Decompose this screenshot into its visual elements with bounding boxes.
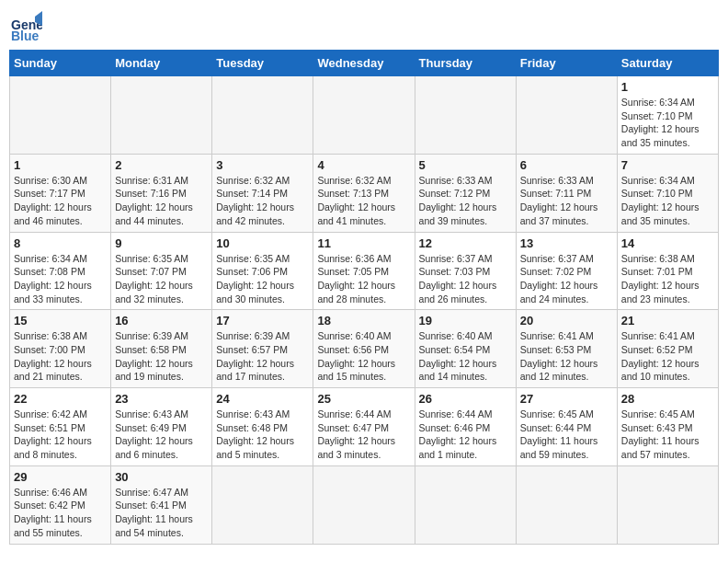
calendar-cell: 8 Sunrise: 6:34 AMSunset: 7:08 PMDayligh… xyxy=(10,232,111,310)
calendar-cell: 28 Sunrise: 6:45 AMSunset: 6:43 PMDaylig… xyxy=(617,388,718,466)
calendar-cell xyxy=(415,76,516,155)
calendar-cell: 5 Sunrise: 6:33 AMSunset: 7:12 PMDayligh… xyxy=(415,154,516,232)
day-number: 28 xyxy=(621,392,714,406)
calendar-week-row: 15 Sunrise: 6:38 AMSunset: 7:00 PMDaylig… xyxy=(10,310,719,388)
calendar-cell: 24 Sunrise: 6:43 AMSunset: 6:48 PMDaylig… xyxy=(212,388,313,466)
day-number: 25 xyxy=(317,392,410,406)
calendar-cell: 30 Sunrise: 6:47 AMSunset: 6:41 PMDaylig… xyxy=(111,465,212,544)
calendar-cell: 27 Sunrise: 6:45 AMSunset: 6:44 PMDaylig… xyxy=(516,388,617,466)
day-info: Sunrise: 6:35 AMSunset: 7:06 PMDaylight:… xyxy=(216,252,309,306)
calendar-cell: 1 Sunrise: 6:30 AMSunset: 7:17 PMDayligh… xyxy=(10,154,111,232)
day-info: Sunrise: 6:46 AMSunset: 6:42 PMDaylight:… xyxy=(14,486,107,540)
logo: General Blue xyxy=(9,9,44,42)
day-info: Sunrise: 6:38 AMSunset: 7:00 PMDaylight:… xyxy=(14,329,107,384)
day-info: Sunrise: 6:34 AMSunset: 7:10 PMDaylight:… xyxy=(621,96,714,150)
day-info: Sunrise: 6:37 AMSunset: 7:03 PMDaylight:… xyxy=(419,252,512,306)
weekday-header: Wednesday xyxy=(313,51,415,76)
calendar-cell xyxy=(313,465,415,544)
weekday-header: Monday xyxy=(111,51,212,76)
page-header: General Blue xyxy=(9,9,719,42)
day-number: 21 xyxy=(621,314,714,327)
day-info: Sunrise: 6:37 AMSunset: 7:02 PMDaylight:… xyxy=(520,252,613,306)
calendar-cell: 21 Sunrise: 6:41 AMSunset: 6:52 PMDaylig… xyxy=(617,310,718,388)
calendar-cell: 1 Sunrise: 6:34 AMSunset: 7:10 PMDayligh… xyxy=(617,76,718,155)
calendar-table: SundayMondayTuesdayWednesdayThursdayFrid… xyxy=(9,50,719,545)
calendar-cell xyxy=(212,76,313,155)
calendar-cell: 26 Sunrise: 6:44 AMSunset: 6:46 PMDaylig… xyxy=(415,388,516,466)
calendar-cell xyxy=(516,465,617,544)
calendar-cell: 6 Sunrise: 6:33 AMSunset: 7:11 PMDayligh… xyxy=(516,154,617,232)
day-number: 15 xyxy=(14,314,107,327)
day-number: 24 xyxy=(216,392,309,406)
weekday-header: Saturday xyxy=(617,51,718,76)
svg-text:Blue: Blue xyxy=(11,29,40,42)
calendar-cell xyxy=(415,465,516,544)
day-number: 10 xyxy=(216,236,309,250)
day-number: 23 xyxy=(115,392,208,406)
day-number: 29 xyxy=(14,470,107,484)
calendar-week-row: 22 Sunrise: 6:42 AMSunset: 6:51 PMDaylig… xyxy=(10,388,719,466)
day-info: Sunrise: 6:35 AMSunset: 7:07 PMDaylight:… xyxy=(115,252,208,306)
day-number: 6 xyxy=(520,158,613,172)
day-info: Sunrise: 6:39 AMSunset: 6:58 PMDaylight:… xyxy=(115,329,208,384)
day-info: Sunrise: 6:43 AMSunset: 6:48 PMDaylight:… xyxy=(216,408,309,462)
calendar-cell: 9 Sunrise: 6:35 AMSunset: 7:07 PMDayligh… xyxy=(111,232,212,310)
day-info: Sunrise: 6:40 AMSunset: 6:54 PMDaylight:… xyxy=(419,329,512,384)
calendar-cell: 4 Sunrise: 6:32 AMSunset: 7:13 PMDayligh… xyxy=(313,154,415,232)
day-info: Sunrise: 6:32 AMSunset: 7:13 PMDaylight:… xyxy=(317,174,410,228)
calendar-body: 1 Sunrise: 6:34 AMSunset: 7:10 PMDayligh… xyxy=(10,76,719,545)
day-info: Sunrise: 6:41 AMSunset: 6:53 PMDaylight:… xyxy=(520,329,613,384)
day-info: Sunrise: 6:45 AMSunset: 6:43 PMDaylight:… xyxy=(621,408,714,462)
weekday-header: Thursday xyxy=(415,51,516,76)
day-number: 5 xyxy=(419,158,512,172)
day-info: Sunrise: 6:33 AMSunset: 7:11 PMDaylight:… xyxy=(520,174,613,228)
calendar-cell: 7 Sunrise: 6:34 AMSunset: 7:10 PMDayligh… xyxy=(617,154,718,232)
day-number: 14 xyxy=(621,236,714,250)
calendar-cell: 10 Sunrise: 6:35 AMSunset: 7:06 PMDaylig… xyxy=(212,232,313,310)
day-number: 12 xyxy=(419,236,512,250)
day-number: 9 xyxy=(115,236,208,250)
calendar-week-row: 29 Sunrise: 6:46 AMSunset: 6:42 PMDaylig… xyxy=(10,465,719,544)
calendar-cell: 12 Sunrise: 6:37 AMSunset: 7:03 PMDaylig… xyxy=(415,232,516,310)
day-number: 13 xyxy=(520,236,613,250)
day-info: Sunrise: 6:34 AMSunset: 7:10 PMDaylight:… xyxy=(621,174,714,228)
day-info: Sunrise: 6:30 AMSunset: 7:17 PMDaylight:… xyxy=(14,174,107,228)
day-info: Sunrise: 6:41 AMSunset: 6:52 PMDaylight:… xyxy=(621,329,714,384)
calendar-cell: 3 Sunrise: 6:32 AMSunset: 7:14 PMDayligh… xyxy=(212,154,313,232)
calendar-cell: 23 Sunrise: 6:43 AMSunset: 6:49 PMDaylig… xyxy=(111,388,212,466)
calendar-cell: 20 Sunrise: 6:41 AMSunset: 6:53 PMDaylig… xyxy=(516,310,617,388)
calendar-week-row: 8 Sunrise: 6:34 AMSunset: 7:08 PMDayligh… xyxy=(10,232,719,310)
day-number: 7 xyxy=(621,158,714,172)
day-info: Sunrise: 6:34 AMSunset: 7:08 PMDaylight:… xyxy=(14,252,107,306)
calendar-cell: 11 Sunrise: 6:36 AMSunset: 7:05 PMDaylig… xyxy=(313,232,415,310)
day-number: 17 xyxy=(216,314,309,327)
calendar-cell: 2 Sunrise: 6:31 AMSunset: 7:16 PMDayligh… xyxy=(111,154,212,232)
day-info: Sunrise: 6:45 AMSunset: 6:44 PMDaylight:… xyxy=(520,408,613,462)
day-number: 30 xyxy=(115,470,208,484)
calendar-cell: 22 Sunrise: 6:42 AMSunset: 6:51 PMDaylig… xyxy=(10,388,111,466)
day-info: Sunrise: 6:42 AMSunset: 6:51 PMDaylight:… xyxy=(14,408,107,462)
day-number: 19 xyxy=(419,314,512,327)
calendar-cell: 17 Sunrise: 6:39 AMSunset: 6:57 PMDaylig… xyxy=(212,310,313,388)
weekday-header-row: SundayMondayTuesdayWednesdayThursdayFrid… xyxy=(10,51,719,76)
calendar-cell: 18 Sunrise: 6:40 AMSunset: 6:56 PMDaylig… xyxy=(313,310,415,388)
calendar-cell: 14 Sunrise: 6:38 AMSunset: 7:01 PMDaylig… xyxy=(617,232,718,310)
calendar-cell: 19 Sunrise: 6:40 AMSunset: 6:54 PMDaylig… xyxy=(415,310,516,388)
calendar-cell xyxy=(10,76,111,155)
calendar-cell xyxy=(516,76,617,155)
logo-icon: General Blue xyxy=(9,9,42,42)
day-number: 3 xyxy=(216,158,309,172)
calendar-cell xyxy=(617,465,718,544)
calendar-week-row: 1 Sunrise: 6:30 AMSunset: 7:17 PMDayligh… xyxy=(10,154,719,232)
day-info: Sunrise: 6:39 AMSunset: 6:57 PMDaylight:… xyxy=(216,329,309,384)
day-info: Sunrise: 6:32 AMSunset: 7:14 PMDaylight:… xyxy=(216,174,309,228)
calendar-cell: 29 Sunrise: 6:46 AMSunset: 6:42 PMDaylig… xyxy=(10,465,111,544)
day-info: Sunrise: 6:44 AMSunset: 6:47 PMDaylight:… xyxy=(317,408,410,462)
day-info: Sunrise: 6:38 AMSunset: 7:01 PMDaylight:… xyxy=(621,252,714,306)
day-info: Sunrise: 6:43 AMSunset: 6:49 PMDaylight:… xyxy=(115,408,208,462)
day-number: 1 xyxy=(621,80,714,94)
day-info: Sunrise: 6:33 AMSunset: 7:12 PMDaylight:… xyxy=(419,174,512,228)
day-number: 4 xyxy=(317,158,410,172)
weekday-header: Tuesday xyxy=(212,51,313,76)
calendar-cell: 16 Sunrise: 6:39 AMSunset: 6:58 PMDaylig… xyxy=(111,310,212,388)
